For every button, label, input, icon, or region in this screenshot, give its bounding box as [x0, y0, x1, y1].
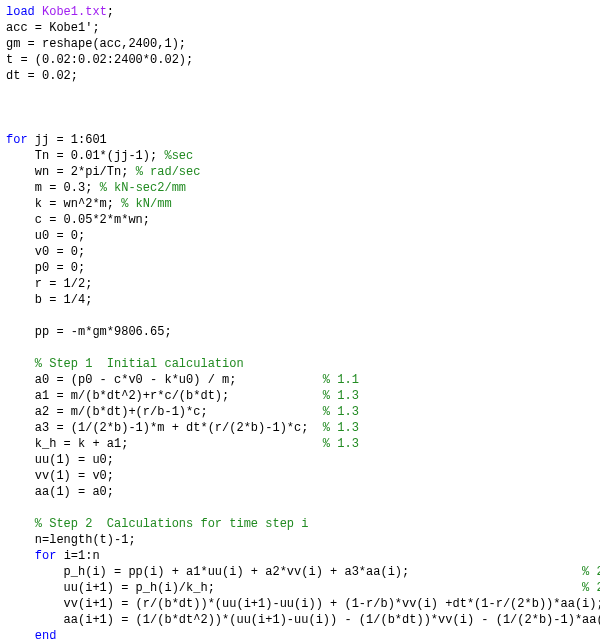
code-text: t = (0.02:0.02:2400*0.02); — [6, 53, 193, 67]
code-text: k_h = k + a1; — [6, 437, 323, 451]
code-text: Tn = 0.01*(jj-1); — [6, 149, 164, 163]
string: Kobe1.txt — [42, 5, 107, 19]
code-line: pp = -m*gm*9806.65; — [6, 324, 600, 340]
comment: % 2.1 — [582, 565, 600, 579]
keyword: end — [35, 629, 57, 642]
code-line: vv(1) = v0; — [6, 468, 600, 484]
code-line: a0 = (p0 - c*v0 - k*u0) / m; % 1.1 — [6, 372, 600, 388]
code-line: u0 = 0; — [6, 228, 600, 244]
code-line — [6, 100, 600, 116]
code-line: acc = Kobe1'; — [6, 20, 600, 36]
code-line: aa(i+1) = (1/(b*dt^2))*(uu(i+1)-uu(i)) -… — [6, 612, 600, 628]
code-line: k = wn^2*m; % kN/mm — [6, 196, 600, 212]
code-line: for jj = 1:601 — [6, 132, 600, 148]
code-text: p0 = 0; — [6, 261, 85, 275]
code-line: uu(1) = u0; — [6, 452, 600, 468]
comment: % kN-sec2/mm — [100, 181, 186, 195]
code-text: ; — [107, 5, 114, 19]
comment: % 1.1 — [323, 373, 359, 387]
code-text: a1 = m/(b*dt^2)+r*c/(b*dt); — [6, 389, 323, 403]
comment: % 2.2 — [582, 581, 600, 595]
code-text: i=1:n — [64, 549, 100, 563]
code-text: dt = 0.02; — [6, 69, 78, 83]
code-line: p_h(i) = pp(i) + a1*uu(i) + a2*vv(i) + a… — [6, 564, 600, 580]
code-text: vv(1) = v0; — [6, 469, 114, 483]
code-text — [6, 357, 35, 371]
code-text: n=length(t)-1; — [6, 533, 136, 547]
code-line: aa(1) = a0; — [6, 484, 600, 500]
code-text: c = 0.05*2*m*wn; — [6, 213, 150, 227]
code-line: t = (0.02:0.02:2400*0.02); — [6, 52, 600, 68]
comment: % 1.3 — [323, 421, 359, 435]
code-line: r = 1/2; — [6, 276, 600, 292]
code-text: a0 = (p0 - c*v0 - k*u0) / m; — [6, 373, 323, 387]
keyword: for — [6, 133, 35, 147]
code-text — [6, 629, 35, 642]
code-text: acc = Kobe1'; — [6, 21, 100, 35]
code-line: for i=1:n — [6, 548, 600, 564]
comment: % rad/sec — [136, 165, 201, 179]
code-text: aa(i+1) = (1/(b*dt^2))*(uu(i+1)-uu(i)) -… — [6, 613, 600, 627]
code-text: b = 1/4; — [6, 293, 92, 307]
code-text: m = 0.3; — [6, 181, 100, 195]
code-line — [6, 340, 600, 356]
code-text: gm = reshape(acc,2400,1); — [6, 37, 186, 51]
code-line — [6, 116, 600, 132]
code-line: a2 = m/(b*dt)+(r/b-1)*c; % 1.3 — [6, 404, 600, 420]
code-text: v0 = 0; — [6, 245, 85, 259]
code-line: a3 = (1/(2*b)-1)*m + dt*(r/(2*b)-1)*c; %… — [6, 420, 600, 436]
comment: % Step 1 Initial calculation — [35, 357, 244, 371]
code-line: vv(i+1) = (r/(b*dt))*(uu(i+1)-uu(i)) + (… — [6, 596, 600, 612]
code-line: % Step 1 Initial calculation — [6, 356, 600, 372]
code-line: m = 0.3; % kN-sec2/mm — [6, 180, 600, 196]
code-line: n=length(t)-1; — [6, 532, 600, 548]
code-text: aa(1) = a0; — [6, 485, 114, 499]
code-line: gm = reshape(acc,2400,1); — [6, 36, 600, 52]
code-line: Tn = 0.01*(jj-1); %sec — [6, 148, 600, 164]
comment: % 1.3 — [323, 437, 359, 451]
keyword: for — [35, 549, 64, 563]
code-text: vv(i+1) = (r/(b*dt))*(uu(i+1)-uu(i)) + (… — [6, 597, 600, 611]
code-line: dt = 0.02; — [6, 68, 600, 84]
comment: %sec — [164, 149, 193, 163]
code-text: r = 1/2; — [6, 277, 92, 291]
code-line: a1 = m/(b*dt^2)+r*c/(b*dt); % 1.3 — [6, 388, 600, 404]
keyword: load — [6, 5, 42, 19]
code-text: uu(1) = u0; — [6, 453, 114, 467]
code-text: pp = -m*gm*9806.65; — [6, 325, 172, 339]
code-line: end — [6, 628, 600, 642]
comment: % 1.3 — [323, 389, 359, 403]
code-text: a2 = m/(b*dt)+(r/b-1)*c; — [6, 405, 323, 419]
matlab-code-block: load Kobe1.txt;acc = Kobe1';gm = reshape… — [0, 0, 600, 642]
code-text: uu(i+1) = p_h(i)/k_h; — [6, 581, 582, 595]
code-text: wn = 2*pi/Tn; — [6, 165, 136, 179]
code-text: a3 = (1/(2*b)-1)*m + dt*(r/(2*b)-1)*c; — [6, 421, 323, 435]
code-line — [6, 308, 600, 324]
code-line: load Kobe1.txt; — [6, 4, 600, 20]
code-text — [6, 549, 35, 563]
comment: % 1.3 — [323, 405, 359, 419]
code-line: v0 = 0; — [6, 244, 600, 260]
code-line: b = 1/4; — [6, 292, 600, 308]
code-line: uu(i+1) = p_h(i)/k_h; % 2.2 — [6, 580, 600, 596]
code-text: u0 = 0; — [6, 229, 85, 243]
code-text: jj = 1:601 — [35, 133, 107, 147]
code-line: k_h = k + a1; % 1.3 — [6, 436, 600, 452]
comment: % Step 2 Calculations for time step i — [35, 517, 309, 531]
code-text: k = wn^2*m; — [6, 197, 121, 211]
code-line — [6, 84, 600, 100]
code-line: p0 = 0; — [6, 260, 600, 276]
code-text — [6, 517, 35, 531]
comment: % kN/mm — [121, 197, 171, 211]
code-line: wn = 2*pi/Tn; % rad/sec — [6, 164, 600, 180]
code-line: c = 0.05*2*m*wn; — [6, 212, 600, 228]
code-line — [6, 500, 600, 516]
code-text: p_h(i) = pp(i) + a1*uu(i) + a2*vv(i) + a… — [6, 565, 582, 579]
code-line: % Step 2 Calculations for time step i — [6, 516, 600, 532]
